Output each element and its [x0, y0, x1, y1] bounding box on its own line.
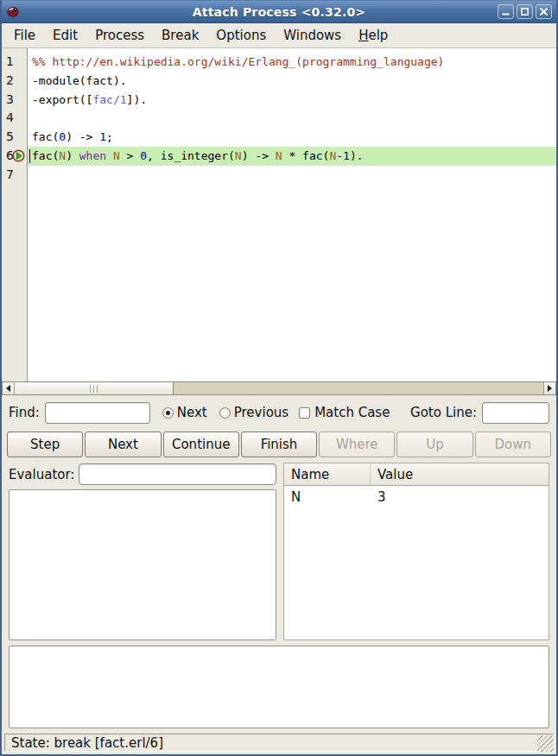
menu-windows[interactable]: Windows — [275, 25, 350, 46]
line-number[interactable]: 6 — [2, 147, 27, 166]
trace-output-panel — [9, 646, 549, 728]
line-number[interactable]: 2 — [2, 72, 27, 91]
next-button[interactable]: Next — [85, 432, 161, 457]
find-next-label: Next — [177, 405, 207, 420]
match-case-label: Match Case — [314, 405, 390, 420]
variables-list: N3 — [284, 486, 548, 639]
code-line: %% http://en.wikipedia.org/wiki/Erlang_(… — [28, 53, 556, 72]
where-button: Where — [319, 432, 395, 457]
code-line — [28, 166, 556, 185]
status-text: State: break [fact.erl/6] — [11, 735, 163, 751]
step-button[interactable]: Step — [7, 432, 83, 457]
menu-help[interactable]: Help — [350, 25, 396, 46]
line-number[interactable]: 5 — [2, 128, 27, 147]
status-bar: State: break [fact.erl/6] — [2, 732, 556, 754]
code-line: -export([fac/1]). — [28, 91, 556, 110]
middle-section: Evaluator: Name Value N3 — [2, 463, 556, 640]
value-column-header[interactable]: Value — [371, 463, 548, 485]
line-number[interactable]: 7 — [2, 166, 27, 185]
close-button[interactable] — [536, 4, 552, 19]
thumb-grip-icon — [90, 385, 98, 393]
goto-line-input[interactable] — [482, 402, 549, 424]
line-number[interactable]: 3 — [2, 91, 27, 110]
line-number[interactable]: 4 — [2, 109, 27, 128]
menu-edit[interactable]: Edit — [44, 25, 86, 46]
minimize-button[interactable] — [498, 4, 514, 19]
finish-button[interactable]: Finish — [241, 432, 317, 457]
editor-gutter[interactable]: 1234567 — [2, 48, 28, 381]
evaluator-label: Evaluator: — [9, 467, 74, 482]
editor-text-area[interactable]: %% http://en.wikipedia.org/wiki/Erlang_(… — [28, 48, 556, 381]
scroll-right-button[interactable] — [543, 382, 555, 394]
evaluator-input[interactable] — [79, 463, 276, 485]
text-caret — [29, 149, 30, 163]
menu-bar: FileEditProcessBreakOptionsWindowsHelp — [2, 23, 556, 48]
code-line: fac(0) -> 1; — [28, 128, 556, 147]
find-bar: Find: Next Previous Match Case Goto Line… — [2, 395, 556, 430]
menu-options[interactable]: Options — [207, 25, 275, 46]
menu-process[interactable]: Process — [86, 25, 153, 46]
current-code-line: fac(N) when N > 0, is_integer(N) -> N * … — [28, 147, 556, 166]
scrollbar-track[interactable] — [15, 382, 543, 394]
find-previous-label: Previous — [234, 405, 289, 420]
up-button: Up — [396, 432, 472, 457]
left-arrow-icon — [6, 385, 10, 392]
find-next-radio[interactable] — [162, 407, 174, 419]
find-label: Find: — [9, 405, 40, 420]
window-title: Attach Process <0.32.0> — [2, 5, 556, 19]
right-arrow-icon — [548, 385, 552, 392]
variables-panel: Name Value N3 — [283, 463, 549, 640]
menu-file[interactable]: File — [5, 25, 44, 46]
find-input[interactable] — [45, 402, 150, 424]
goto-line-label: Goto Line: — [410, 405, 477, 420]
breakpoint-marker-icon[interactable] — [12, 149, 25, 162]
resize-grip[interactable] — [537, 735, 554, 752]
variables-header: Name Value — [284, 463, 548, 486]
code-editor[interactable]: 1234567 %% http://en.wikipedia.org/wiki/… — [2, 48, 556, 381]
continue-button[interactable]: Continue — [163, 432, 239, 457]
title-bar[interactable]: Attach Process <0.32.0> — [2, 1, 556, 23]
name-column-header[interactable]: Name — [284, 463, 371, 485]
maximize-button[interactable] — [517, 4, 533, 19]
find-previous-radio[interactable] — [219, 407, 231, 419]
match-case-checkbox[interactable] — [299, 407, 310, 419]
line-number[interactable]: 1 — [2, 53, 27, 72]
variable-row[interactable]: N3 — [284, 488, 548, 507]
debug-buttons-row: StepNextContinueFinishWhereUpDown — [2, 430, 556, 463]
evaluator-output-panel — [9, 489, 276, 640]
trace-section — [2, 640, 556, 732]
attach-process-window: Attach Process <0.32.0> FileEditProcessB… — [0, 0, 558, 756]
down-button: Down — [475, 432, 551, 457]
code-line: -module(fact). — [28, 72, 556, 91]
horizontal-scrollbar[interactable] — [2, 381, 556, 395]
scroll-left-button[interactable] — [3, 382, 15, 394]
menu-break[interactable]: Break — [153, 25, 207, 46]
code-line — [28, 109, 556, 128]
scrollbar-thumb[interactable] — [15, 382, 174, 394]
